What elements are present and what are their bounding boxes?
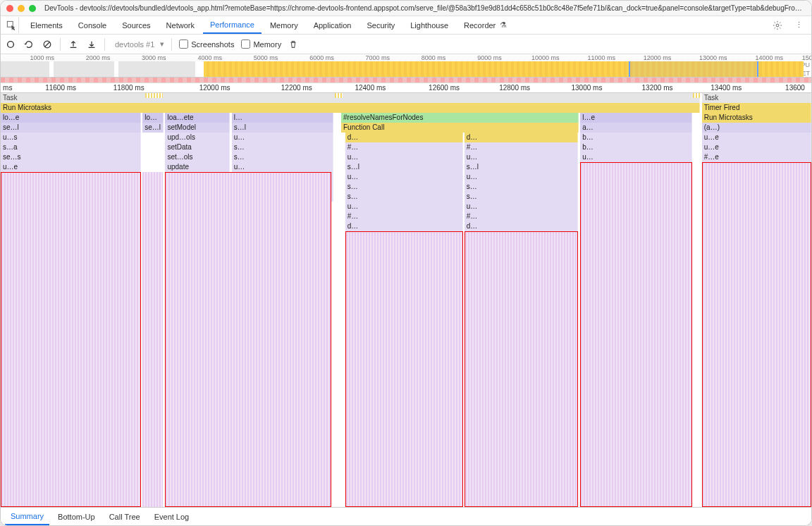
highlighted-stack-region[interactable] (165, 172, 331, 507)
flame-chart[interactable]: TaskTaskRun MicrotasksTimer Firedlo…elo…… (1, 93, 811, 507)
timeline-overview[interactable]: 1000 ms2000 ms3000 ms4000 ms5000 ms6000 … (1, 54, 811, 78)
flame-entry[interactable]: setModel (165, 123, 230, 133)
flame-entry[interactable]: setData (165, 142, 230, 152)
tab-console[interactable]: Console (71, 18, 113, 33)
flame-entry[interactable]: u…e (702, 142, 811, 152)
flame-entry[interactable]: (a…) (702, 123, 811, 133)
flame-entry[interactable]: update (165, 162, 230, 172)
memory-checkbox[interactable]: Memory (241, 39, 281, 49)
flame-entry[interactable]: u… (345, 152, 463, 162)
flame-entry[interactable]: #… (465, 212, 578, 221)
flame-entry[interactable]: s… (465, 182, 578, 192)
flame-entry[interactable]: d… (465, 133, 578, 142)
flame-entry[interactable]: u… (232, 133, 333, 142)
record-button[interactable] (5, 39, 16, 49)
highlighted-stack-region[interactable] (702, 162, 811, 507)
flame-entry[interactable]: u… (232, 162, 333, 172)
overview-selection[interactable] (629, 61, 758, 77)
stack-region[interactable] (142, 172, 163, 507)
flame-entry[interactable]: #… (465, 142, 578, 152)
flame-entry[interactable]: #…e (702, 152, 811, 162)
svg-point-2 (8, 41, 14, 47)
reload-record-button[interactable] (23, 39, 35, 49)
tab-lighthouse[interactable]: Lighthouse (403, 18, 455, 33)
flame-entry[interactable]: se…s (1, 152, 141, 162)
flame-entry[interactable]: lo…e (1, 113, 141, 123)
flame-entry[interactable]: u… (465, 172, 578, 182)
flame-entry[interactable]: s… (232, 152, 333, 162)
tab-sources[interactable]: Sources (115, 18, 157, 33)
flame-entry[interactable]: d… (345, 221, 463, 231)
flame-entry[interactable]: s…l (232, 123, 333, 133)
flame-entry[interactable]: #… (345, 142, 463, 152)
flame-entry[interactable]: u… (465, 152, 578, 162)
details-tab-event-log[interactable]: Event Log (149, 509, 195, 525)
flame-entry[interactable]: Task (702, 93, 811, 103)
gc-button[interactable] (288, 39, 298, 49)
flame-entry[interactable]: Function Call (341, 123, 579, 133)
screenshots-checkbox[interactable]: Screenshots (179, 39, 234, 49)
time-ruler[interactable]: 400 ms11600 ms11800 ms12000 ms12200 ms12… (1, 83, 811, 93)
flame-entry[interactable]: se…l (1, 123, 141, 133)
flame-entry[interactable]: u… (345, 202, 463, 212)
flame-entry[interactable]: set…ols (165, 152, 230, 162)
window-close-button[interactable] (6, 5, 13, 12)
highlighted-stack-region[interactable] (1, 172, 141, 507)
flame-entry[interactable]: s… (232, 142, 333, 152)
upload-profile-button[interactable] (68, 39, 79, 49)
recording-select[interactable]: devtools #1 (112, 39, 157, 50)
flame-entry[interactable]: Timer Fired (702, 103, 811, 113)
window-zoom-button[interactable] (29, 5, 36, 12)
flame-entry[interactable]: s…l (345, 162, 463, 172)
flame-entry[interactable]: u… (580, 152, 692, 162)
flame-entry[interactable]: loa…ete (165, 113, 230, 123)
screenshots-checkbox-input[interactable] (179, 39, 188, 49)
tab-performance[interactable]: Performance (203, 17, 262, 34)
tab-elements[interactable]: Elements (23, 18, 70, 33)
flame-entry[interactable]: u… (465, 202, 578, 212)
tab-network[interactable]: Network (159, 18, 202, 33)
details-tab-bottom-up[interactable]: Bottom-Up (52, 509, 101, 525)
flame-entry[interactable]: Run Microtasks (702, 113, 811, 123)
tab-application[interactable]: Application (307, 18, 359, 33)
flame-entry[interactable]: d… (345, 133, 463, 142)
flame-entry[interactable]: u… (345, 172, 463, 182)
highlighted-stack-region[interactable] (345, 231, 463, 507)
flame-entry[interactable]: #resolveNamesForNodes (341, 113, 579, 123)
more-menu-icon[interactable]: ⋮ (789, 18, 808, 32)
flame-entry[interactable]: s… (345, 182, 463, 192)
details-tab-call-tree[interactable]: Call Tree (104, 509, 146, 525)
flame-entry[interactable]: lo…e (142, 113, 164, 123)
window-minimize-button[interactable] (18, 5, 25, 12)
flame-entry[interactable]: a… (580, 123, 692, 133)
flame-entry[interactable]: l…e (580, 113, 692, 123)
flame-entry[interactable]: u…e (1, 162, 141, 172)
memory-checkbox-input[interactable] (241, 39, 250, 49)
flame-entry[interactable]: b… (580, 133, 692, 142)
flame-entry[interactable]: #… (345, 212, 463, 221)
flame-entry[interactable]: u…e (702, 133, 811, 142)
flame-entry[interactable]: upd…ols (165, 133, 230, 142)
details-tab-summary[interactable]: Summary (5, 508, 49, 525)
overview-tick: 13000 ms (699, 54, 727, 61)
flame-entry[interactable]: b… (580, 142, 692, 152)
flame-entry[interactable]: se…l (142, 123, 164, 133)
tab-security[interactable]: Security (359, 18, 402, 33)
download-profile-button[interactable] (86, 39, 97, 49)
highlighted-stack-region[interactable] (465, 231, 578, 507)
flame-entry[interactable]: l… (232, 113, 333, 123)
highlighted-stack-region[interactable] (580, 162, 692, 507)
settings-gear-icon[interactable] (767, 17, 788, 32)
flame-entry[interactable]: s… (345, 192, 463, 202)
tab-recorder[interactable]: Recorder (457, 18, 503, 33)
flame-entry[interactable]: u…s (1, 133, 141, 142)
flame-entry[interactable]: s…a (1, 142, 141, 152)
clear-button[interactable] (42, 39, 53, 49)
flame-entry[interactable]: s… (465, 192, 578, 202)
tab-memory[interactable]: Memory (263, 18, 305, 33)
flame-entry[interactable]: s…l (465, 162, 578, 172)
flame-entry[interactable]: d… (465, 221, 578, 231)
flame-entry[interactable]: Task (1, 93, 700, 103)
flame-entry[interactable]: Run Microtasks (1, 103, 700, 113)
inspect-element-icon[interactable] (4, 17, 19, 32)
